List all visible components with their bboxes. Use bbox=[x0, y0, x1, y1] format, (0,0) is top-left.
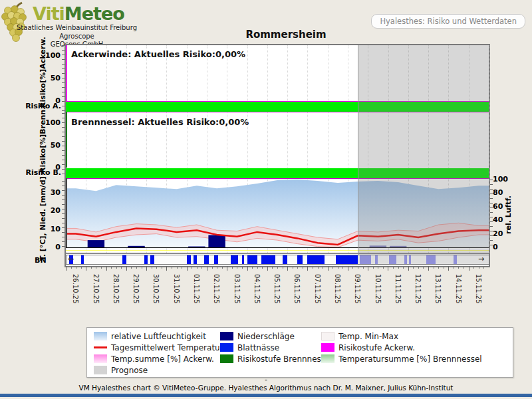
y-tick-label: 0 bbox=[43, 163, 61, 172]
leaf-wetness-segment bbox=[261, 255, 275, 264]
leaf-wetness-segment bbox=[187, 255, 191, 264]
footer-credit: VM Hyalesthes chart © VitiMeteo-Gruppe. … bbox=[0, 384, 532, 392]
x-axis-date-label: 12.11.25 bbox=[414, 274, 422, 304]
leaf-wetness-segment bbox=[297, 255, 303, 264]
leaf-wetness-strip bbox=[66, 255, 489, 265]
leaf-wetness-segment bbox=[389, 255, 396, 264]
x-axis-date-label: 03.11.25 bbox=[233, 274, 241, 304]
leaf-wetness-segment bbox=[247, 255, 257, 264]
legend-box: relative LuftfeuchtigkeitTagesmittelwert… bbox=[86, 327, 513, 378]
legend-label: relative Luftfeuchtigkeit bbox=[111, 332, 206, 341]
brand-part1: Viti bbox=[33, 3, 65, 24]
app-logo-text: VitiMeteo bbox=[33, 3, 124, 24]
legend-swatch-magenta bbox=[321, 343, 334, 352]
ackerwinde-axis-border bbox=[66, 45, 67, 101]
chart-plot-area: Ackerwinde: Aktuelles Risiko:0,00% Brenn… bbox=[65, 44, 490, 267]
legend-swatch-redline bbox=[94, 343, 107, 352]
x-axis-date-label: 04.11.25 bbox=[253, 274, 261, 304]
leaf-wetness-segment bbox=[150, 255, 154, 264]
y-tick-label: 0 bbox=[43, 243, 61, 251]
x-axis-date-label: 14.11.25 bbox=[455, 274, 462, 304]
x-axis-date-label: 09.11.25 bbox=[354, 274, 361, 304]
legend-label: Tagesmittelwert Temperatur bbox=[111, 343, 223, 352]
ackerwinde-tick-marks bbox=[62, 45, 65, 112]
footer-dash: - bbox=[0, 375, 532, 384]
y-tick-label: 20 bbox=[493, 229, 511, 238]
scroll-left-arrow[interactable]: ← bbox=[68, 254, 74, 264]
legend-swatch-humidity bbox=[94, 332, 107, 340]
x-axis-date-label: 01.11.25 bbox=[193, 274, 200, 304]
brand-part2: Meteo bbox=[65, 3, 124, 24]
legend-label: Prognose bbox=[111, 366, 148, 375]
y-tick-label: 0 bbox=[493, 243, 511, 251]
x-axis-date-label: 05.11.25 bbox=[273, 274, 281, 304]
leaf-wetness-segment bbox=[409, 255, 411, 264]
legend-swatch-pinkgrad bbox=[94, 354, 107, 363]
x-axis-date-label: 08.11.25 bbox=[334, 274, 341, 304]
y-tick-label: 20 bbox=[43, 206, 61, 215]
x-axis-date-label: 06.11.25 bbox=[293, 274, 301, 304]
leaf-wetness-segment bbox=[144, 255, 148, 264]
x-axis-date-label: 28.10.25 bbox=[112, 274, 120, 304]
y-tick-label: 100 bbox=[493, 175, 511, 184]
legend-swatch-gray bbox=[94, 366, 107, 374]
legend-label: Temperatursumme [%] Brennnessel bbox=[338, 354, 482, 364]
leaf-wetness-segment bbox=[426, 255, 436, 264]
y-tick-label: 60 bbox=[493, 202, 511, 211]
weather-axis-border bbox=[66, 178, 67, 247]
legend-label: Temp. Min-Max bbox=[338, 332, 398, 341]
x-axis-date-label: 13.11.25 bbox=[434, 274, 442, 304]
x-axis-date-label: 30.10.25 bbox=[152, 274, 160, 304]
weather-left-tick-marks bbox=[62, 181, 65, 249]
station-title: Rommersheim bbox=[66, 29, 505, 41]
x-axis-date-label: 26.10.25 bbox=[72, 274, 79, 304]
leaf-wetness-segment bbox=[214, 255, 218, 264]
leaf-wetness-segment bbox=[404, 255, 408, 264]
y-tick-label: 10 bbox=[43, 225, 61, 233]
legend-label: Blattnässe bbox=[237, 343, 279, 352]
legend-label: Risikostufe Brennnessel bbox=[237, 354, 332, 364]
x-axis-date-label: 29.10.25 bbox=[132, 274, 140, 304]
leaf-wetness-segment bbox=[242, 255, 244, 264]
forecast-overlay bbox=[358, 45, 489, 255]
precipitation-bar bbox=[208, 235, 225, 248]
footer-accent-bar bbox=[0, 394, 532, 397]
y-tick-label: 0 bbox=[43, 96, 61, 105]
legend-swatch-lightgreen bbox=[321, 354, 334, 363]
y-tick-label: 50 bbox=[43, 141, 61, 150]
y-tick-label: 100 bbox=[43, 51, 61, 60]
x-axis-date-label: 15.11.25 bbox=[475, 274, 482, 304]
legend-label: Temp.summe [%] Ackerw. bbox=[111, 354, 214, 364]
leaf-wetness-segment bbox=[375, 255, 378, 264]
scroll-right-arrow[interactable]: → bbox=[478, 254, 484, 264]
brennnessel-panel-title: Brennnessel: Aktuelles Risiko:0,00% bbox=[71, 117, 249, 127]
leaf-wetness-segment bbox=[360, 255, 371, 264]
leaf-wetness-segment bbox=[307, 255, 325, 264]
x-axis-date-label: 27.10.25 bbox=[92, 274, 100, 304]
x-axis-date-label: 07.11.25 bbox=[314, 274, 321, 304]
y-tick-label: 40 bbox=[493, 215, 511, 224]
leaf-wetness-segment bbox=[122, 255, 126, 264]
x-axis-date-label: 31.10.25 bbox=[173, 274, 180, 304]
leaf-wetness-segment bbox=[231, 255, 238, 264]
x-axis-date-label: 02.11.25 bbox=[213, 274, 220, 304]
y-tick-label: 50 bbox=[43, 74, 61, 82]
view-selector-button[interactable]: Hyalesthes: Risiko und Wetterdaten bbox=[371, 14, 525, 29]
brennnessel-axis-border bbox=[66, 112, 67, 168]
leaf-wetness-segment bbox=[81, 255, 84, 264]
legend-label: Risikostufe Ackerw. bbox=[338, 343, 415, 352]
leaf-wetness-segment bbox=[204, 255, 209, 264]
leaf-wetness-band-label: BN bbox=[35, 256, 47, 265]
leaf-wetness-segment bbox=[283, 255, 288, 264]
leaf-wetness-segment bbox=[194, 255, 197, 264]
x-axis-date-label: 10.11.25 bbox=[374, 274, 382, 304]
y-tick-label: 80 bbox=[493, 188, 511, 197]
x-axis-date-label: 11.11.25 bbox=[394, 274, 402, 304]
legend-swatch-darkgreen bbox=[220, 354, 233, 363]
leaf-wetness-segment bbox=[454, 255, 457, 264]
legend-swatch-navy bbox=[220, 332, 233, 340]
brennnessel-tick-marks bbox=[62, 113, 65, 178]
legend-swatch-blue bbox=[220, 343, 233, 352]
legend-label: Niederschläge bbox=[237, 332, 295, 341]
y-tick-label: 100 bbox=[43, 118, 61, 127]
